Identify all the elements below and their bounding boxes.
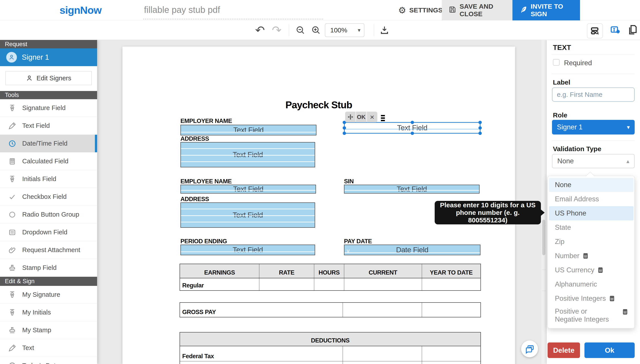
employee-name-label: EMPLOYEE NAME bbox=[180, 178, 232, 185]
zoom-level-select[interactable]: 100% ▾ bbox=[325, 23, 364, 37]
save-and-close-button[interactable]: SAVE AND CLOSE bbox=[442, 0, 512, 20]
sin-text-field[interactable]: Text Field bbox=[344, 185, 480, 194]
address-text-field[interactable]: Text Field bbox=[180, 142, 315, 167]
pen-nib-icon bbox=[8, 308, 17, 317]
sidebar-item-request-attachment[interactable]: Request Attachment bbox=[0, 241, 97, 259]
sidebar-item-my-signature[interactable]: My Signature bbox=[0, 286, 97, 304]
delete-button[interactable]: Delete bbox=[548, 342, 580, 358]
resize-grip-icon[interactable] bbox=[381, 115, 385, 122]
sidebar-item-label: Signature Field bbox=[22, 104, 66, 112]
copy-pages-icon bbox=[627, 24, 638, 35]
edit-signers-button[interactable]: Edit Signers bbox=[5, 71, 92, 85]
check-icon bbox=[8, 193, 17, 201]
sidebar-item-calculated-field[interactable]: Calculated Field bbox=[0, 152, 97, 170]
resize-handle[interactable] bbox=[479, 121, 482, 124]
chat-button[interactable] bbox=[521, 340, 538, 357]
selected-text-field[interactable]: Text Field bbox=[344, 122, 481, 134]
address2-text-field[interactable]: Text Field bbox=[180, 202, 315, 228]
sidebar-item-datetime-field[interactable]: Date/Time Field bbox=[0, 135, 97, 152]
signer-name: Signer 1 bbox=[22, 53, 49, 62]
gross-pay-table: GROSS PAY bbox=[179, 302, 481, 318]
move-field-button[interactable] bbox=[345, 112, 356, 122]
sidebar-signer-1[interactable]: Signer 1 bbox=[0, 48, 97, 66]
employer-name-text-field[interactable]: Text Field bbox=[180, 125, 316, 136]
sidebar-item-radio-button-group[interactable]: Radio Button Group bbox=[0, 206, 97, 224]
sidebar-item-my-stamp[interactable]: My Stamp bbox=[0, 322, 97, 339]
sidebar-item-signature-field[interactable]: Signature Field bbox=[0, 99, 97, 117]
label-input[interactable] bbox=[552, 88, 635, 102]
document-title[interactable]: fillable pay stub pdf bbox=[144, 5, 220, 15]
sidebar-item-label: Checkbox Field bbox=[22, 193, 67, 200]
clock-icon bbox=[8, 140, 17, 148]
required-checkbox[interactable] bbox=[553, 59, 560, 66]
resize-handle[interactable] bbox=[411, 132, 414, 135]
validation-tooltip: Please enter 10 digits for a US phone nu… bbox=[435, 201, 541, 224]
period-ending-text-field[interactable]: Text Field bbox=[180, 244, 315, 255]
field-row-line bbox=[344, 252, 480, 253]
settings-button[interactable]: ⚙ SETTINGS bbox=[391, 0, 449, 20]
employee-name-text-field[interactable]: Text Field bbox=[180, 185, 316, 194]
zoom-out-button[interactable] bbox=[294, 24, 307, 37]
tools-sidebar: Request Signer 1 Edit Signers Tools Sign… bbox=[0, 40, 97, 364]
role-select[interactable]: Signer 1 ▾ bbox=[552, 120, 635, 134]
resize-handle[interactable] bbox=[411, 121, 414, 124]
earnings-row-cell: Regular bbox=[180, 278, 259, 290]
menu-item-alphanumeric[interactable]: Alphanumeric bbox=[549, 277, 633, 292]
field-row-line bbox=[181, 148, 315, 149]
chevron-down-icon: ▾ bbox=[358, 27, 360, 33]
date-field-chevron[interactable]: v bbox=[347, 247, 350, 254]
menu-item-positive-integers[interactable]: Positive Integers bbox=[549, 292, 633, 306]
resize-handle[interactable] bbox=[479, 126, 482, 130]
pen-nib-icon bbox=[8, 104, 17, 112]
sidebar-item-my-initials[interactable]: My Initials bbox=[0, 304, 97, 322]
calculator-icon bbox=[8, 157, 17, 166]
pages-button[interactable] bbox=[626, 23, 639, 36]
gross-pay-cell: GROSS PAY bbox=[180, 303, 343, 317]
signer-avatar bbox=[6, 52, 17, 62]
remove-field-button[interactable]: × bbox=[367, 112, 377, 122]
sidebar-item-text[interactable]: Text bbox=[0, 339, 97, 357]
resize-handle[interactable] bbox=[343, 126, 346, 130]
sidebar-item-text-field[interactable]: Text Field bbox=[0, 117, 97, 135]
redo-button[interactable]: ↷ bbox=[270, 24, 283, 37]
sidebar-item-dropdown-field[interactable]: Dropdown Field bbox=[0, 224, 97, 241]
resize-handle[interactable] bbox=[343, 132, 346, 135]
sidebar-item-label: Dropdown Field bbox=[22, 228, 67, 236]
pencil-icon bbox=[8, 122, 17, 130]
menu-item-us-phone[interactable]: US Phone bbox=[549, 206, 633, 220]
menu-item-positive-or-negative-integers[interactable]: Positive or Negative Integers bbox=[549, 306, 633, 326]
sidebar-item-stamp-field[interactable]: Stamp Field bbox=[0, 259, 97, 277]
zoom-level-value: 100% bbox=[330, 26, 347, 34]
ok-button[interactable]: Ok bbox=[584, 342, 635, 358]
divider bbox=[552, 140, 635, 140]
person-icon bbox=[26, 74, 33, 82]
move-icon bbox=[347, 114, 354, 120]
confirm-field-button[interactable]: OK bbox=[356, 112, 366, 122]
menu-item-state[interactable]: State bbox=[549, 220, 633, 234]
menu-item-number[interactable]: Number bbox=[549, 249, 633, 263]
deductions-row-cell bbox=[343, 361, 422, 364]
menu-item-us-currency[interactable]: US Currency bbox=[549, 263, 633, 277]
menu-item-zip[interactable]: Zip bbox=[549, 234, 633, 249]
deductions-row-cell bbox=[422, 346, 481, 361]
download-button[interactable] bbox=[378, 24, 391, 37]
resize-handle[interactable] bbox=[479, 132, 482, 135]
sidebar-item-todays-date[interactable]: Today's Date bbox=[0, 357, 97, 364]
feather-icon bbox=[519, 5, 528, 15]
field-settings-button[interactable] bbox=[609, 23, 622, 36]
panel-scrollbar[interactable] bbox=[541, 40, 546, 364]
sidebar-item-label: Today's Date bbox=[22, 362, 59, 364]
fields-list-search-icon bbox=[590, 26, 600, 36]
sidebar-item-checkbox-field[interactable]: Checkbox Field bbox=[0, 188, 97, 206]
zoom-in-button[interactable] bbox=[309, 24, 323, 37]
invite-to-sign-button[interactable]: INVITE TO SIGN bbox=[512, 0, 580, 20]
zoom-in-icon bbox=[311, 25, 321, 35]
validation-type-select[interactable]: None ▴ bbox=[552, 154, 635, 168]
menu-item-email-address[interactable]: Email Address bbox=[549, 192, 633, 206]
undo-button[interactable]: ↶ bbox=[253, 24, 267, 37]
menu-item-none[interactable]: None bbox=[549, 178, 633, 192]
sidebar-item-initials-field[interactable]: Initials Field bbox=[0, 170, 97, 188]
scrollbar-thumb[interactable] bbox=[542, 220, 545, 255]
pay-date-date-field[interactable]: v Date Field bbox=[344, 244, 481, 255]
fields-search-button[interactable] bbox=[587, 23, 603, 38]
